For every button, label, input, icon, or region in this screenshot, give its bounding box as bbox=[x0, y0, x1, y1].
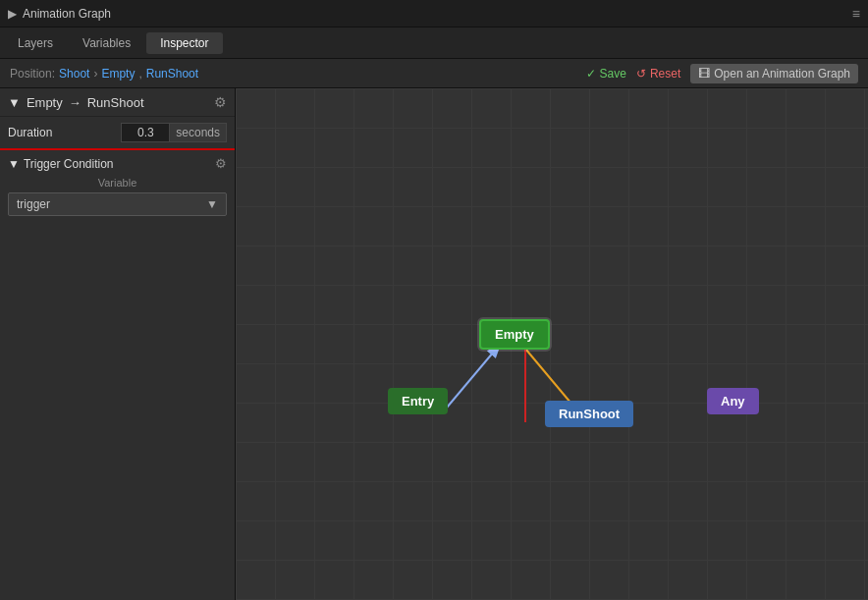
app-icon: ▶ bbox=[8, 7, 17, 21]
open-graph-button[interactable]: 🎞 Open an Animation Graph bbox=[690, 64, 858, 83]
position-sep2: , bbox=[138, 67, 141, 81]
duration-label: Duration bbox=[8, 126, 52, 139]
node-entry[interactable]: Entry bbox=[388, 388, 448, 414]
panel-title-suffix: RunShoot bbox=[87, 95, 144, 110]
position-label: Position: bbox=[10, 67, 55, 81]
panel-arrow: → bbox=[69, 95, 81, 110]
position-empty[interactable]: Empty bbox=[101, 67, 135, 81]
position-sep1: › bbox=[93, 67, 97, 81]
duration-input[interactable] bbox=[121, 123, 170, 142]
tab-variables[interactable]: Variables bbox=[69, 32, 144, 54]
menu-icon[interactable]: ≡ bbox=[852, 6, 860, 22]
panel-settings-icon[interactable]: ⚙ bbox=[214, 94, 227, 110]
reset-label: Reset bbox=[650, 67, 680, 81]
node-empty[interactable]: Empty bbox=[479, 319, 550, 350]
open-label: Open an Animation Graph bbox=[714, 67, 850, 81]
save-checkmark: ✓ bbox=[586, 67, 596, 81]
position-shoot[interactable]: Shoot bbox=[59, 67, 89, 81]
trigger-settings-icon[interactable]: ⚙ bbox=[215, 156, 227, 171]
trigger-dropdown-value: trigger bbox=[17, 197, 50, 211]
trigger-collapse-arrow[interactable]: ▼ bbox=[8, 157, 20, 171]
panel-title-prefix: Empty bbox=[27, 95, 63, 110]
node-runshoot[interactable]: RunShoot bbox=[545, 401, 633, 427]
duration-row: Duration seconds bbox=[0, 117, 235, 150]
title-bar: ▶ Animation Graph ≡ bbox=[0, 0, 868, 27]
save-button[interactable]: ✓ Save bbox=[586, 67, 626, 81]
reset-icon: ↺ bbox=[636, 67, 646, 81]
tab-bar: Layers Variables Inspector bbox=[0, 27, 868, 59]
svg-line-0 bbox=[447, 346, 499, 408]
dropdown-arrow-icon: ▼ bbox=[206, 197, 218, 211]
trigger-title: Trigger Condition bbox=[24, 157, 114, 171]
reset-button[interactable]: ↺ Reset bbox=[636, 67, 680, 81]
graph-canvas[interactable]: Empty Entry RunShoot Any bbox=[236, 88, 868, 600]
open-icon: 🎞 bbox=[698, 67, 710, 81]
position-bar: Position: Shoot › Empty , RunShoot ✓ Sav… bbox=[0, 59, 868, 88]
duration-unit: seconds bbox=[170, 123, 227, 142]
graph-connections bbox=[236, 88, 868, 600]
main-content: ▼ Empty → RunShoot ⚙ Duration seconds ▼ … bbox=[0, 88, 868, 600]
trigger-dropdown[interactable]: trigger ▼ bbox=[8, 192, 227, 216]
tab-inspector[interactable]: Inspector bbox=[146, 32, 222, 54]
collapse-arrow[interactable]: ▼ bbox=[8, 95, 21, 110]
node-any[interactable]: Any bbox=[707, 388, 759, 414]
position-runshoot[interactable]: RunShoot bbox=[146, 67, 198, 81]
trigger-variable-label: Variable bbox=[8, 177, 227, 189]
app-title: Animation Graph bbox=[23, 7, 111, 21]
node-runshoot-label: RunShoot bbox=[559, 407, 620, 421]
trigger-section: ▼ Trigger Condition ⚙ Variable trigger ▼ bbox=[0, 150, 235, 222]
save-label: Save bbox=[600, 67, 626, 81]
node-any-label: Any bbox=[721, 394, 745, 409]
tab-layers[interactable]: Layers bbox=[4, 32, 67, 54]
node-empty-label: Empty bbox=[495, 327, 534, 342]
inspector-panel: ▼ Empty → RunShoot ⚙ Duration seconds ▼ … bbox=[0, 88, 236, 600]
node-entry-label: Entry bbox=[402, 394, 434, 409]
panel-header: ▼ Empty → RunShoot ⚙ bbox=[0, 88, 235, 117]
